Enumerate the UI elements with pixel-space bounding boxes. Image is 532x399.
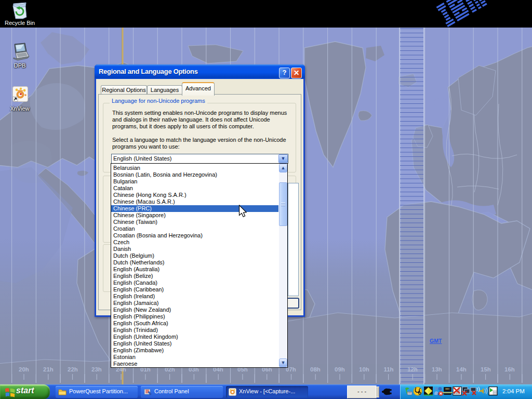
svg-text:14h: 14h (456, 366, 467, 373)
svg-text:08h: 08h (310, 366, 321, 373)
svg-text:15h: 15h (481, 366, 491, 373)
svg-text:09h: 09h (335, 366, 345, 373)
svg-text:16h: 16h (504, 366, 515, 373)
svg-text:13h: 13h (432, 366, 442, 373)
svg-text:20h: 20h (19, 366, 29, 373)
svg-text:10h: 10h (359, 366, 369, 373)
svg-text:11h: 11h (383, 366, 393, 373)
svg-text:22h: 22h (68, 366, 78, 373)
svg-text:888: 888 (446, 388, 449, 390)
svg-text:23h: 23h (91, 366, 102, 373)
svg-text:21h: 21h (43, 366, 54, 373)
svg-text:GMT: GMT (430, 338, 442, 344)
svg-text:12h: 12h (407, 366, 418, 373)
